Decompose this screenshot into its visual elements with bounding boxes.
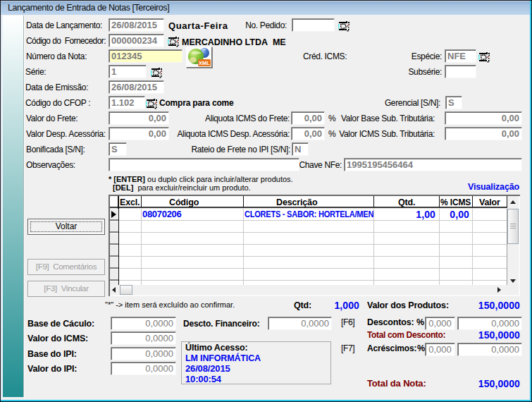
- svg-text:XML: XML: [199, 60, 210, 66]
